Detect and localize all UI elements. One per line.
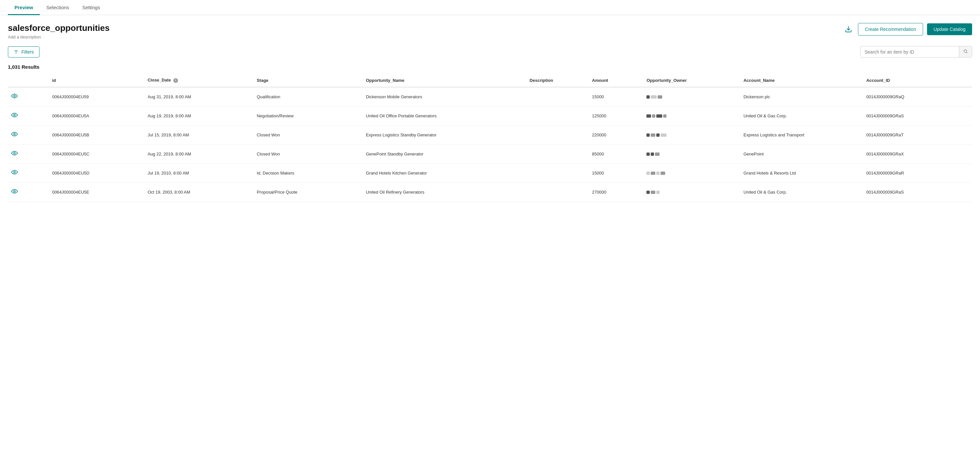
update-catalog-button[interactable]: Update Catalog [927, 23, 972, 35]
tabs-container: Preview Selections Settings [0, 0, 980, 15]
cell-account-id: 0014J000009GRaR [863, 164, 972, 183]
owner-avatar-block [652, 114, 655, 118]
cell-opportunity-owner [643, 164, 740, 183]
row-eye-icon[interactable] [11, 189, 18, 196]
tab-selections[interactable]: Selections [40, 0, 76, 15]
cell-opportunity-owner [643, 125, 740, 144]
cell-id: 0064J000004EU5B [49, 125, 144, 144]
cell-opportunity-owner [643, 183, 740, 202]
owner-avatar-block [656, 114, 662, 118]
col-header-description: Description [527, 74, 589, 87]
owner-avatar-block [660, 171, 665, 175]
cell-description [527, 87, 589, 106]
close-date-info-icon[interactable]: i [173, 78, 178, 83]
col-header-amount: Amount [589, 74, 643, 87]
owner-avatar-block [646, 171, 650, 175]
owner-avatar-block [646, 190, 650, 194]
cell-close-date: Oct 19, 2003, 8:00 AM [145, 183, 254, 202]
row-eye-icon[interactable] [11, 151, 18, 158]
owner-avatar-block [651, 133, 655, 137]
tab-preview[interactable]: Preview [8, 0, 40, 15]
owner-avatar-block [658, 95, 662, 98]
cell-description [527, 106, 589, 125]
cell-id: 0064J000004EU5C [49, 144, 144, 164]
cell-id: 0064J000004EU5A [49, 106, 144, 125]
cell-stage: Id. Decision Makers [253, 164, 363, 183]
svg-point-4 [964, 50, 967, 52]
cell-account-name: GenePoint [740, 144, 863, 164]
owner-avatar-block [656, 171, 660, 175]
col-header-close-date: Close_Date i [145, 74, 254, 87]
owner-avatar-block [651, 171, 655, 175]
cell-stage: Closed Won [253, 144, 363, 164]
col-header-stage: Stage [253, 74, 363, 87]
download-icon [845, 25, 852, 33]
row-eye-icon[interactable] [11, 113, 18, 120]
svg-point-7 [14, 114, 16, 116]
results-count: 1,031 Results [0, 64, 980, 74]
cell-close-date: Jul 15, 2019, 8:00 AM [145, 125, 254, 144]
cell-description [527, 164, 589, 183]
cell-close-date: Jul 19, 2010, 8:00 AM [145, 164, 254, 183]
svg-point-9 [14, 152, 16, 154]
cell-id: 0064J000004EU5D [49, 164, 144, 183]
owner-avatar-block [646, 152, 650, 156]
owner-avatar-block [656, 133, 660, 137]
download-button[interactable] [843, 24, 854, 35]
table-header-row: id Close_Date i Stage Opportunity_Name D… [8, 74, 972, 87]
cell-stage: Proposal/Price Quote [253, 183, 363, 202]
cell-amount: 15000 [589, 87, 643, 106]
cell-opportunity-name: Express Logistics Standby Generator [363, 125, 527, 144]
cell-opportunity-name: GenePoint Standby Generator [363, 144, 527, 164]
svg-point-10 [14, 171, 16, 173]
cell-account-id: 0014J000009GRaS [863, 183, 972, 202]
table-container: id Close_Date i Stage Opportunity_Name D… [0, 74, 980, 202]
search-button[interactable] [959, 46, 972, 57]
table-row: 0064J000004EU5CAug 22, 2019, 8:00 AMClos… [8, 144, 972, 164]
col-header-account-name: Account_Name [740, 74, 863, 87]
cell-amount: 15000 [589, 164, 643, 183]
page-description[interactable]: Add a description [8, 35, 110, 40]
owner-avatar-block [646, 133, 650, 137]
cell-description [527, 144, 589, 164]
search-box [860, 46, 972, 57]
row-eye-icon[interactable] [11, 94, 18, 101]
row-eye-icon[interactable] [11, 170, 18, 177]
cell-opportunity-name: Dickenson Mobile Generators [363, 87, 527, 106]
page-title: salesforce_opportunities [8, 23, 110, 33]
toolbar: Filters [0, 40, 980, 64]
col-header-account-id: Account_ID [863, 74, 972, 87]
svg-point-11 [14, 190, 16, 192]
owner-avatar-block [651, 152, 654, 156]
search-input[interactable] [861, 47, 959, 57]
filters-button[interactable]: Filters [8, 46, 40, 57]
header-actions: Create Recommendation Update Catalog [843, 23, 972, 35]
owner-avatar-block [646, 95, 650, 98]
table-row: 0064J000004EU59Aug 31, 2019, 8:00 AMQual… [8, 87, 972, 106]
owner-avatar-block [656, 190, 660, 194]
cell-amount: 270000 [589, 183, 643, 202]
cell-opportunity-name: United Oil Refinery Generators [363, 183, 527, 202]
svg-line-5 [967, 52, 967, 53]
row-eye-icon[interactable] [11, 132, 18, 139]
tab-settings[interactable]: Settings [76, 0, 107, 15]
cell-opportunity-name: United Oil Office Portable Generators [363, 106, 527, 125]
svg-point-6 [14, 95, 16, 97]
cell-account-id: 0014J000009GRaX [863, 144, 972, 164]
owner-avatar-block [651, 190, 655, 194]
cell-close-date: Aug 19, 2019, 8:00 AM [145, 106, 254, 125]
cell-opportunity-owner [643, 106, 740, 125]
cell-account-name: United Oil & Gas Corp. [740, 183, 863, 202]
filters-label: Filters [21, 49, 34, 55]
create-recommendation-button[interactable]: Create Recommendation [858, 23, 923, 35]
owner-avatar-block [646, 114, 651, 118]
col-header-id: id [49, 74, 144, 87]
table-row: 0064J000004EU5EOct 19, 2003, 8:00 AMProp… [8, 183, 972, 202]
cell-opportunity-name: Grand Hotels Kitchen Generator [363, 164, 527, 183]
cell-close-date: Aug 31, 2019, 8:00 AM [145, 87, 254, 106]
col-header-opportunity-name: Opportunity_Name [363, 74, 527, 87]
cell-account-id: 0014J000009GRaQ [863, 87, 972, 106]
cell-stage: Qualification [253, 87, 363, 106]
cell-amount: 125000 [589, 106, 643, 125]
table-row: 0064J000004EU5BJul 15, 2019, 8:00 AMClos… [8, 125, 972, 144]
